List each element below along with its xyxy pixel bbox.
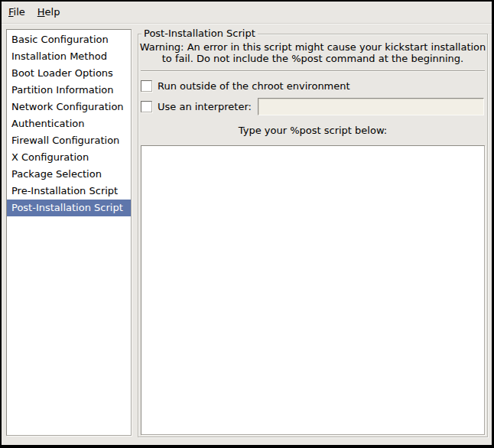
run-outside-chroot-checkbox[interactable] — [141, 80, 152, 92]
sidebar-list[interactable]: Basic ConfigurationInstallation MethodBo… — [6, 29, 132, 436]
sidebar-item-partition-information[interactable]: Partition Information — [7, 82, 131, 99]
warning-text: Warning: An error in this script might c… — [138, 41, 487, 64]
warning-line-2: to fail. Do not include the %post comman… — [138, 53, 487, 64]
sidebar-item-package-selection[interactable]: Package Selection — [7, 166, 131, 183]
post-installation-script-frame: Post-Installation Script Warning: An err… — [138, 34, 488, 437]
interpreter-entry[interactable] — [258, 98, 484, 115]
run-outside-chroot-label: Run outside of the chroot environment — [158, 80, 350, 92]
sidebar-item-network-configuration[interactable]: Network Configuration — [7, 99, 131, 115]
use-interpreter-label: Use an interpreter: — [158, 101, 252, 112]
sidebar-item-firewall-configuration[interactable]: Firewall Configuration — [7, 132, 131, 149]
sidebar-item-x-configuration[interactable]: X Configuration — [7, 149, 131, 166]
kickstart-configurator-window: File Help Basic ConfigurationInstallatio… — [0, 0, 494, 448]
sidebar-item-pre-installation-script[interactable]: Pre-Installation Script — [7, 183, 131, 200]
menubar: File Help — [2, 2, 492, 24]
sidebar-item-installation-method[interactable]: Installation Method — [7, 48, 131, 65]
horizontal-separator — [141, 70, 485, 72]
use-interpreter-checkbox[interactable] — [141, 101, 152, 112]
script-prompt: Type your %post script below: — [138, 125, 487, 136]
sidebar-item-authentication[interactable]: Authentication — [7, 115, 131, 132]
interpreter-checkbox-row: Use an interpreter: — [141, 97, 484, 115]
chroot-checkbox-row: Run outside of the chroot environment — [141, 79, 350, 93]
menu-help[interactable]: Help — [31, 2, 67, 23]
sidebar-item-boot-loader-options[interactable]: Boot Loader Options — [7, 65, 131, 82]
warning-line-1: Warning: An error in this script might c… — [138, 41, 487, 53]
sidebar-item-post-installation-script[interactable]: Post-Installation Script — [7, 200, 131, 216]
sidebar-item-basic-configuration[interactable]: Basic Configuration — [7, 31, 131, 48]
menu-file[interactable]: File — [2, 2, 31, 23]
frame-title: Post-Installation Script — [141, 28, 258, 40]
post-script-textarea[interactable] — [141, 145, 485, 435]
